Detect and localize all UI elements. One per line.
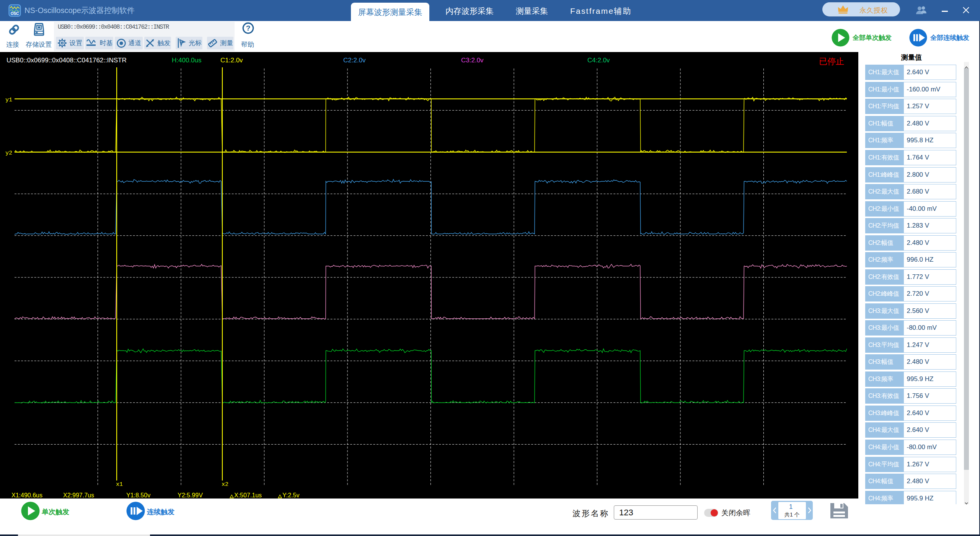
svg-text:OSC: OSC <box>11 11 19 16</box>
svg-text:?: ? <box>246 24 251 32</box>
